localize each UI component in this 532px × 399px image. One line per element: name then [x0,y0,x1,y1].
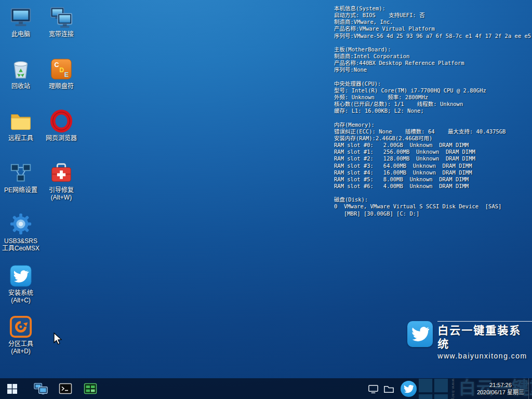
system-info-panel: 本机信息(System):启动方式: BIOS 支持UEFI: 否制造商:VMw… [334,5,530,217]
brand-watermark: 白云一键重装系统 www.baiyunxitong.com [407,321,532,361]
network-settings-icon [9,161,33,185]
desktop-icon-remote-tools[interactable]: 远程工具 [1,109,41,142]
desktop: { "desktop": { "icons": [ { "name": "thi… [0,0,532,399]
info-line: 主板(MotherBoard): [334,46,530,53]
icon-label: 分区工具 (Alt+D) [1,340,41,355]
info-line: RAM slot #2: 128.00MB Unknown DRAM DIMM [334,155,530,162]
icon-label: 安装系统 (Alt+C) [1,289,41,304]
info-line: 本机信息(System): [334,5,530,12]
info-line: 内存(Memory): [334,122,530,128]
info-line [334,39,530,46]
info-line: RAM slot #6: 4.00MB Unknown DRAM DIMM [334,183,530,190]
desktop-icon-drive-letter[interactable]: C D E 理顺盘符 [42,57,81,90]
disk-partition-icon [9,315,33,339]
info-line: 产品名称:VMware Virtual Platform [334,25,530,32]
info-line: RAM slot #5: 8.00MB Unknown DRAM DIMM [334,176,530,183]
info-line: 错误纠正(ECC): None 插槽数: 64 最大支持: 40.4375GB [334,128,530,135]
svg-text:C: C [55,61,59,69]
info-line: 外频: Unknown 频率: 2800MHz [334,94,530,101]
taskbar-button-network[interactable] [28,378,53,399]
taskbar: 21:57:26 2020/06/17 星期三 [0,378,532,399]
windows-logo-icon [7,384,17,394]
mouse-cursor [52,332,64,347]
network-computers-icon [34,382,48,395]
command-prompt-icon [59,382,72,395]
info-line [334,114,530,121]
desktop-icon-boot-repair[interactable]: 引导修复 (Alt+W) [42,161,81,201]
desktop-icon-pe-network[interactable]: PE网络设置 [1,161,41,194]
desktop-icon-install-system[interactable]: 安装系统 (Alt+C) [1,264,41,304]
info-line: [MBR] [30.00GB] [C: D:] [334,210,530,217]
computer-icon [9,5,33,29]
icon-label: 远程工具 [1,135,41,142]
info-line: 磁盘(Disk): [334,196,530,203]
desktop-icon-recycle-bin[interactable]: 回收站 [1,57,41,90]
twitter-bird-icon [9,264,33,288]
info-line: RAM slot #1: 256.00MB Unknown DRAM DIMM [334,149,530,155]
brand-text: 白云一键重装系统 www.baiyunxitong.com [437,321,532,361]
twitter-bird-icon [407,321,433,347]
info-line [334,74,530,81]
folder-icon [9,109,33,133]
svg-text:D: D [59,66,64,74]
desktop-icon-broadband[interactable]: 宽带连接 [42,5,81,38]
info-line: RAM slot #3: 64.00MB Unknown DRAM DIMM [334,163,530,169]
svg-text:E: E [64,71,69,78]
taskbar-button-file-manager[interactable] [78,378,103,399]
icon-label: USB3&SRS 工具CeoMSX [1,237,41,252]
info-line: 序列号:None [334,66,530,73]
taskbar-clock[interactable]: 21:57:26 2020/06/17 星期三 [473,381,528,396]
icon-label: 网页浏览器 [42,135,81,142]
info-line: 安装内存(RAM):2.46GB(2.46GB可用) [334,135,530,142]
system-tray: 21:57:26 2020/06/17 星期三 [367,378,532,399]
icon-label: 引导修复 (Alt+W) [42,187,81,201]
info-line: RAM slot #0: 2.00GB Unknown DRAM DIMM [334,142,530,149]
info-line: 核心数(已开启/总数): 1/1 线程数: Unknown [334,101,530,108]
brand-title: 白云一键重装系统 [437,324,532,351]
desktop-icon-partition-tool[interactable]: 分区工具 (Alt+D) [1,315,41,355]
toolbox-repair-icon [49,161,73,185]
taskbar-button-cmd[interactable] [53,378,78,399]
show-desktop-button[interactable] [528,378,532,399]
tray-display-icon[interactable] [367,381,380,396]
icon-label: 宽带连接 [42,31,81,38]
info-line: 中央处理器(CPU): [334,81,530,87]
tray-twitter-icon[interactable] [401,381,417,397]
info-line [334,190,530,196]
desktop-icon-this-pc[interactable]: 此电脑 [1,5,41,38]
brand-url: www.baiyunxitong.com [437,351,532,361]
info-line: 缓存: L1: 16.00KB; L2: None; [334,108,530,114]
desktop-icon-web-browser[interactable]: 网页浏览器 [42,109,81,142]
info-line: 启动方式: BIOS 支持UEFI: 否 [334,12,530,19]
tray-spacer [419,378,473,399]
gear-icon [9,212,33,236]
icon-label: 此电脑 [1,31,41,38]
tray-folder-icon[interactable] [383,381,395,396]
info-line: 型号: Intel(R) Core(TM) i7-7700HQ CPU @ 2.… [334,87,530,94]
info-line: 产品名称:440BX Desktop Reference Platform [334,60,530,66]
info-line: RAM slot #4: 16.00MB Unknown DRAM DIMM [334,169,530,176]
icon-label: 回收站 [1,83,41,90]
recycle-bin-icon [9,57,33,81]
network-computers-icon [49,5,73,29]
info-line: 序列号:VMware-56 4d 25 93 96 a7 6f 58-7c e1… [334,33,530,39]
info-line: 0 VMware, VMware Virtual S SCSI Disk Dev… [334,203,530,210]
desktop-icon-usb3-srs-tool[interactable]: USB3&SRS 工具CeoMSX [1,212,41,252]
icon-label: PE网络设置 [1,187,41,194]
clock-time: 21:57:26 [477,381,524,389]
icon-label: 理顺盘符 [42,83,81,90]
info-line: 制造商:Intel Corporation [334,53,530,60]
opera-browser-icon [49,109,73,133]
clock-date: 2020/06/17 星期三 [477,389,524,396]
drive-letters-icon: C D E [49,57,73,81]
info-line: 制造商:VMware, Inc. [334,19,530,25]
start-button[interactable] [0,378,24,399]
file-manager-icon [84,382,97,395]
